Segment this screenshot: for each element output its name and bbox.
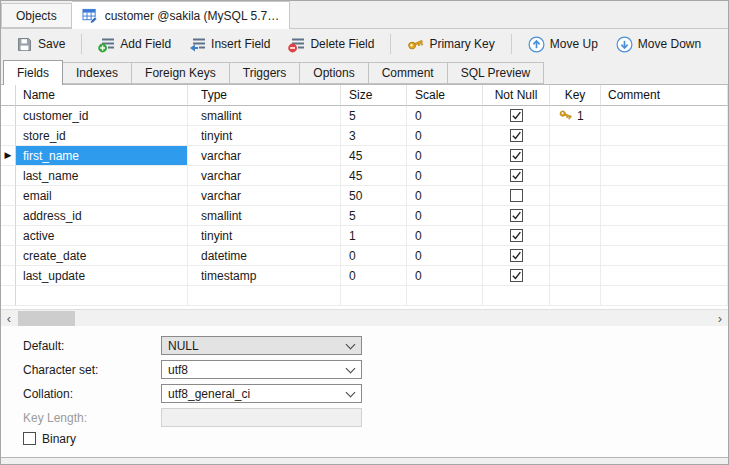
not-null-checkbox[interactable] [510,249,523,262]
scrollbar-thumb[interactable] [18,311,75,326]
not-null-cell[interactable] [483,266,550,286]
tab-customer-table[interactable]: customer @sakila (MySQL 5.7… [72,1,290,29]
not-null-checkbox[interactable] [510,229,523,242]
field-scale-cell[interactable]: 0 [407,146,483,166]
key-cell[interactable] [550,246,601,266]
comment-cell[interactable] [601,166,728,186]
default-combobox[interactable]: NULL [161,336,362,355]
field-scale-cell[interactable]: 0 [407,226,483,246]
field-size-cell[interactable]: 5 [341,106,407,126]
row-marker[interactable]: ▶ [1,146,16,166]
field-type-cell[interactable]: datetime [188,246,341,266]
not-null-checkbox[interactable] [510,109,523,122]
field-name-cell[interactable]: active [16,226,188,246]
row-marker[interactable] [1,266,16,286]
field-scale-cell[interactable]: 0 [407,106,483,126]
field-size-cell[interactable]: 0 [341,246,407,266]
scroll-right-arrow-icon[interactable]: › [712,310,728,326]
not-null-checkbox[interactable] [510,269,523,282]
field-name-cell[interactable]: last_update [16,266,188,286]
field-type-cell[interactable]: varchar [188,166,341,186]
field-name-cell[interactable]: create_date [16,246,188,266]
tab-objects[interactable]: Objects [1,3,72,28]
horizontal-scrollbar[interactable]: ‹ › [1,309,728,326]
comment-cell[interactable] [601,126,728,146]
comment-cell[interactable] [601,146,728,166]
comment-cell[interactable] [601,226,728,246]
key-cell[interactable] [550,126,601,146]
comment-cell[interactable] [601,246,728,266]
not-null-checkbox[interactable] [510,169,523,182]
field-type-cell[interactable]: timestamp [188,266,341,286]
key-cell[interactable] [550,266,601,286]
not-null-cell[interactable] [483,226,550,246]
tab-options[interactable]: Options [300,62,368,84]
primary-key-button[interactable]: Primary Key [400,33,501,56]
field-size-cell[interactable]: 1 [341,226,407,246]
not-null-cell[interactable] [483,246,550,266]
not-null-checkbox[interactable] [510,209,523,222]
move-down-button[interactable]: Move Down [609,33,708,56]
field-scale-cell[interactable]: 0 [407,126,483,146]
field-name-cell[interactable]: email [16,186,188,206]
field-size-cell[interactable]: 3 [341,126,407,146]
character-set-combobox[interactable]: utf8 [161,360,362,379]
key-cell[interactable] [550,186,601,206]
field-scale-cell[interactable]: 0 [407,206,483,226]
field-name-cell[interactable]: first_name [16,146,188,166]
field-type-cell[interactable]: varchar [188,186,341,206]
not-null-cell[interactable] [483,106,550,126]
tab-comment[interactable]: Comment [369,62,448,84]
key-cell[interactable] [550,166,601,186]
field-size-cell[interactable]: 5 [341,206,407,226]
field-type-cell[interactable]: smallint [188,106,341,126]
key-cell[interactable] [550,226,601,246]
field-scale-cell[interactable]: 0 [407,246,483,266]
row-marker[interactable] [1,246,16,266]
not-null-checkbox[interactable] [510,129,523,142]
comment-cell[interactable] [601,186,728,206]
field-scale-cell[interactable]: 0 [407,186,483,206]
row-marker[interactable] [1,206,16,226]
binary-checkbox[interactable] [23,432,36,445]
tab-indexes[interactable]: Indexes [63,62,132,84]
field-type-cell[interactable]: varchar [188,146,341,166]
not-null-cell[interactable] [483,186,550,206]
field-size-cell[interactable]: 0 [341,266,407,286]
field-size-cell[interactable]: 45 [341,146,407,166]
collation-combobox[interactable]: utf8_general_ci [161,384,362,403]
comment-cell[interactable] [601,106,728,126]
row-marker[interactable] [1,226,16,246]
field-name-cell[interactable]: last_name [16,166,188,186]
field-type-cell[interactable]: smallint [188,206,341,226]
insert-field-button[interactable]: Insert Field [182,33,277,56]
field-scale-cell[interactable]: 0 [407,266,483,286]
comment-cell[interactable] [601,206,728,226]
not-null-cell[interactable] [483,206,550,226]
key-cell[interactable] [550,146,601,166]
field-type-cell[interactable]: tinyint [188,226,341,246]
tab-foreign-keys[interactable]: Foreign Keys [132,62,230,84]
row-marker[interactable] [1,106,16,126]
field-size-cell[interactable]: 50 [341,186,407,206]
field-name-cell[interactable]: customer_id [16,106,188,126]
field-type-cell[interactable]: tinyint [188,126,341,146]
row-marker[interactable] [1,166,16,186]
not-null-checkbox[interactable] [510,149,523,162]
tab-fields[interactable]: Fields [3,60,63,85]
tab-triggers[interactable]: Triggers [230,62,301,84]
field-name-cell[interactable]: address_id [16,206,188,226]
field-name-cell[interactable]: store_id [16,126,188,146]
row-marker[interactable] [1,186,16,206]
key-cell[interactable]: 1 [550,106,601,126]
not-null-checkbox[interactable] [510,189,523,202]
not-null-cell[interactable] [483,166,550,186]
comment-cell[interactable] [601,266,728,286]
not-null-cell[interactable] [483,126,550,146]
save-button[interactable]: Save [9,33,72,56]
row-marker[interactable] [1,126,16,146]
move-up-button[interactable]: Move Up [521,33,605,56]
field-scale-cell[interactable]: 0 [407,166,483,186]
add-field-button[interactable]: Add Field [91,33,178,56]
tab-sql-preview[interactable]: SQL Preview [448,62,545,84]
